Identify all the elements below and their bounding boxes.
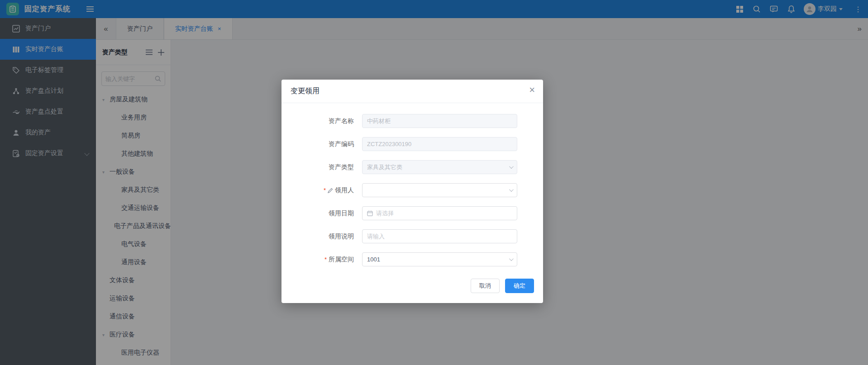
confirm-button[interactable]: 确定 [505,279,534,293]
cancel-button[interactable]: 取消 [471,279,500,293]
recipient-label: * 领用人 [281,186,354,194]
recipient-select[interactable] [362,183,517,197]
chevron-down-icon [509,164,514,169]
close-icon[interactable]: × [529,85,535,95]
asset-name-field: 中药材柜 [362,114,517,128]
calendar-icon [367,210,373,216]
requisition-date-label: 领用日期 [281,209,354,218]
required-asterisk: * [324,256,327,263]
chevron-down-icon [509,187,514,192]
asset-code-label: 资产编码 [281,140,354,148]
space-label: * 所属空间 [281,256,354,264]
change-requisition-dialog: 变更领用 × 资产名称 中药材柜 资产编码 ZCTZ202300190 资产类型… [281,80,543,303]
requisition-note-label: 领用说明 [281,232,354,241]
requisition-note-input[interactable]: 请输入 [362,229,517,243]
asset-code-field: ZCTZ202300190 [362,137,517,151]
space-select[interactable]: 1001 [362,252,517,266]
asset-type-field: 家具及其它类 [362,160,517,174]
requisition-date-picker[interactable]: 请选择 [362,206,517,220]
required-asterisk: * [324,187,326,194]
chevron-down-icon [509,256,514,261]
dialog-title: 变更领用 [291,86,320,96]
asset-name-label: 资产名称 [281,117,354,125]
pencil-icon [328,188,333,193]
asset-type-label: 资产类型 [281,163,354,171]
